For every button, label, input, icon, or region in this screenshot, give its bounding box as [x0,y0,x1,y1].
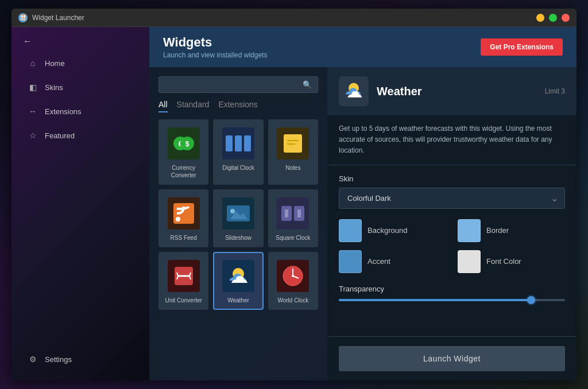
header-text: Widgets Launch and view installed widget… [163,35,267,59]
sidebar-item-featured-label: Featured [45,131,75,140]
back-button[interactable]: ← [11,32,149,51]
svg-point-13 [230,209,235,213]
sidebar-item-home-label: Home [45,59,65,68]
font-color-label: Font Color [486,257,521,266]
svg-rect-5 [235,135,242,151]
detail-header: Weather Limit 3 [327,67,577,115]
widget-card-rss[interactable]: RSS Feed [158,189,208,247]
color-border[interactable]: Border [458,219,565,242]
svg-text:$: $ [185,140,189,148]
accent-label: Accent [368,257,390,266]
sidebar-item-home[interactable]: ⌂ Home [16,52,145,74]
sidebar-item-extensions[interactable]: ↔ Extensions [16,100,145,122]
app-body: ← ⌂ Home ◧ Skins ↔ Extensions ☆ Featured… [11,27,577,380]
sidebar-item-skins[interactable]: ◧ Skins [16,76,145,98]
panels: 🔍 All Standard Extensions [149,67,577,380]
color-background[interactable]: Background [339,219,446,242]
extensions-icon: ↔ [28,106,38,116]
skins-icon: ◧ [28,82,38,92]
titlebar-title: Widget Launcher [32,14,536,22]
transparency-label: Transparency [339,285,565,293]
maximize-button[interactable]: □ [549,14,557,22]
tab-standard[interactable]: Standard [177,100,210,112]
color-grid: Background Border Accent [339,219,565,273]
currency-label: CurrencyConverter [171,164,196,179]
slideshow-icon [222,197,254,229]
launch-section: Launch Widget [327,336,577,380]
sidebar-bottom: ⚙ Settings [11,347,149,380]
unit-converter-label: Unit Converter [165,297,202,304]
color-accent[interactable]: Accent [339,250,446,273]
square-clock-icon [277,197,309,229]
detail-app-icon [339,76,369,106]
minimize-button[interactable]: – [536,14,544,22]
tab-extensions[interactable]: Extensions [218,100,257,112]
detail-description: Get up to 5 days of weather forecasts wi… [327,115,577,165]
widget-card-slideshow[interactable]: Slideshow [213,189,263,247]
widget-card-digital-clock[interactable]: Digital Clock [213,119,263,185]
skin-select[interactable]: Colorful Dark Colorful Light Minimal Dar… [339,188,565,209]
border-label: Border [486,226,509,235]
sidebar: ← ⌂ Home ◧ Skins ↔ Extensions ☆ Featured… [11,27,149,380]
search-input[interactable] [165,80,303,89]
get-pro-button[interactable]: Get Pro Extensions [481,38,563,56]
svg-point-11 [176,217,180,221]
weather-icon [222,260,254,292]
notes-label: Notes [285,164,300,172]
sidebar-item-settings[interactable]: ⚙ Settings [16,348,145,370]
widget-card-weather[interactable]: Weather [213,252,263,310]
widget-card-currency[interactable]: € $ CurrencyConverter [158,119,208,185]
accent-swatch[interactable] [339,250,362,273]
sidebar-item-skins-label: Skins [45,83,63,92]
background-label: Background [368,226,407,235]
sidebar-item-extensions-label: Extensions [45,107,82,116]
color-font[interactable]: Font Color [458,250,565,273]
titlebar: 🪟 Widget Launcher – □ ✕ [11,9,577,27]
slideshow-label: Slideshow [225,234,252,242]
transparency-section: Transparency [339,285,565,301]
digital-clock-label: Digital Clock [222,164,254,172]
launch-button[interactable]: Launch Widget [339,346,565,371]
currency-icon: € $ [168,127,200,160]
main-window: 🪟 Widget Launcher – □ ✕ ← ⌂ Home ◧ Skins… [11,9,577,380]
widget-panel: 🔍 All Standard Extensions [149,67,327,380]
svg-rect-16 [285,209,288,217]
search-bar: 🔍 [158,76,318,93]
detail-panel: Weather Limit 3 Get up to 5 days of weat… [327,67,577,380]
sidebar-item-featured[interactable]: ☆ Featured [16,125,145,146]
tab-all[interactable]: All [158,100,168,112]
font-color-swatch[interactable] [458,250,481,273]
sidebar-settings-label: Settings [45,355,72,364]
widget-card-unit-converter[interactable]: Unit Converter [158,252,208,310]
notes-icon [277,127,309,160]
tab-bar: All Standard Extensions [158,100,318,112]
border-swatch[interactable] [458,219,481,242]
svg-rect-17 [297,209,301,217]
detail-title: Weather [377,85,422,98]
widget-grid: € $ CurrencyConverter [158,119,318,310]
weather-label: Weather [227,297,249,304]
settings-icon: ⚙ [28,354,38,364]
world-clock-label: World Clock [277,297,308,304]
widget-card-world-clock[interactable]: World Clock [268,252,318,310]
app-icon: 🪟 [18,13,28,22]
back-icon: ← [23,36,32,46]
background-swatch[interactable] [339,219,362,242]
close-button[interactable]: ✕ [562,14,570,22]
skin-select-wrapper: Colorful Dark Colorful Light Minimal Dar… [339,188,565,209]
square-clock-label: Square Clock [276,234,310,242]
search-icon[interactable]: 🔍 [303,80,312,89]
svg-rect-4 [226,135,233,151]
widget-card-notes[interactable]: Notes [268,119,318,185]
widget-card-square-clock[interactable]: Square Clock [268,189,318,247]
svg-rect-9 [287,143,295,145]
page-subtitle: Launch and view installed widgets [163,51,267,59]
page-title: Widgets [163,35,267,50]
world-clock-icon [277,260,309,292]
detail-body: Skin Colorful Dark Colorful Light Minima… [327,165,577,336]
slider-fill [339,299,531,301]
svg-rect-6 [244,135,251,151]
window-controls: – □ ✕ [536,14,570,22]
transparency-slider[interactable] [339,299,565,301]
slider-thumb[interactable] [527,296,535,304]
